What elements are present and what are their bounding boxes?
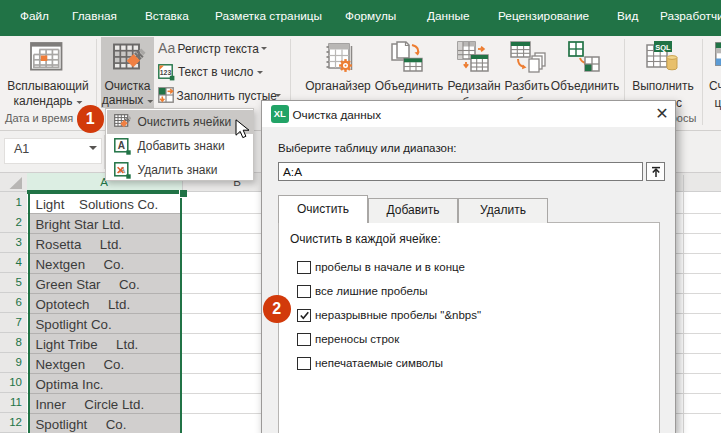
- cell-a10[interactable]: Optima Inc.: [36, 377, 104, 392]
- tab-page-layout[interactable]: Разметка страницы: [215, 9, 322, 23]
- row-header-7[interactable]: 7: [0, 316, 22, 328]
- checkbox-row-line-breaks[interactable]: переносы строк: [279, 333, 659, 353]
- merge-data-button[interactable]: Объединить данные: [550, 36, 620, 109]
- tab-review[interactable]: Рецензирование: [498, 9, 589, 23]
- excel-window: Файл Главная Вставка Разметка страницы Ф…: [0, 0, 721, 433]
- dialog-title: Очистка данных: [293, 108, 382, 121]
- select-all-icon[interactable]: [9, 177, 23, 190]
- cell-a12[interactable]: Spotlight Co.: [36, 417, 127, 432]
- cell-a9[interactable]: Nextgen Co.: [36, 357, 125, 372]
- partial-button[interactable]: Сч ц: [705, 36, 721, 109]
- checkbox[interactable]: [297, 261, 311, 275]
- checkbox-row-nonprintable[interactable]: непечатаемые символы: [279, 357, 659, 377]
- row-header-2[interactable]: 2: [0, 216, 22, 228]
- text-case-button[interactable]: Аа Регистр текста: [156, 40, 271, 56]
- cell-a2[interactable]: Bright Star Ltd.: [36, 217, 125, 232]
- row-header-4[interactable]: 4: [0, 256, 22, 268]
- name-box[interactable]: A1: [4, 138, 102, 164]
- cell-a4[interactable]: Nextgen Co.: [36, 257, 125, 272]
- gutter-line: [0, 352, 27, 353]
- tab-home[interactable]: Главная: [72, 9, 117, 23]
- checkbox-label: непечатаемые символы: [315, 357, 443, 369]
- row-header-10[interactable]: 10: [0, 376, 22, 388]
- dialog-tab-add[interactable]: Добавить: [368, 198, 458, 223]
- gutter-line: [0, 292, 27, 293]
- checkbox[interactable]: [297, 357, 311, 371]
- text-to-number-button[interactable]: 123 Текст в число: [156, 63, 266, 80]
- gutter-line: [0, 372, 27, 373]
- gutter-line: [0, 312, 27, 313]
- remove-chars-icon: А: [114, 162, 132, 180]
- popup-calendar-button[interactable]: Всплывающий календарь: [0, 36, 96, 111]
- cell-a11[interactable]: Inner Circle Ltd.: [36, 397, 145, 412]
- checkbox-checked[interactable]: [297, 309, 311, 323]
- chevron-down-icon: [257, 71, 263, 74]
- checkmark-icon: [299, 310, 310, 321]
- checkbox-row-extra-spaces[interactable]: все лишние пробелы: [279, 285, 659, 305]
- chevron-down-icon: [147, 100, 153, 103]
- cell-a5[interactable]: Green Star Co.: [36, 277, 140, 292]
- row-header-11[interactable]: 11: [0, 396, 22, 408]
- dialog-tab-clean[interactable]: Очистить: [278, 195, 368, 223]
- selection-gridline: [30, 393, 180, 394]
- organizer-icon: [323, 41, 355, 73]
- checkbox[interactable]: [297, 333, 311, 347]
- selection-gridline: [30, 353, 180, 354]
- run-query-button[interactable]: SQL Выполнить запрос: [628, 36, 698, 109]
- collapse-dialog-button[interactable]: [646, 162, 665, 181]
- checkbox-row-nbsp[interactable]: неразрывные пробелы "&nbps": [279, 309, 659, 329]
- redesign-icon: [457, 41, 493, 73]
- clean-data-icon: [113, 43, 147, 71]
- range-input[interactable]: A:A: [278, 162, 643, 181]
- popup-calendar-label-line2-text: календарь: [13, 94, 72, 108]
- chevron-down-icon: [275, 94, 281, 97]
- dialog-tab-panel: Очистить в каждой ячейке: пробелы в нача…: [278, 222, 660, 433]
- cell-a3[interactable]: Rosetta Ltd.: [36, 237, 122, 252]
- menu-item-add-chars[interactable]: А Добавить знаки: [107, 134, 254, 158]
- tab-view[interactable]: Вид: [617, 9, 638, 23]
- clean-cells-icon: [114, 114, 131, 131]
- tab-developer[interactable]: Разработчик: [660, 9, 721, 23]
- selection-gridline: [30, 273, 180, 274]
- row-header-8[interactable]: 8: [0, 336, 22, 348]
- merge-sheets-button[interactable]: Объединить листы: [374, 36, 444, 109]
- cell-a1[interactable]: Light Solutions Co.: [36, 197, 159, 212]
- split-table-button[interactable]: Разбить таблицу: [497, 36, 557, 109]
- cell-a6[interactable]: Optotech Ltd.: [36, 297, 131, 312]
- cell-a7[interactable]: Spotlight Co.: [36, 317, 112, 332]
- close-button[interactable]: ✕: [648, 103, 676, 125]
- selection-border-top: [27, 192, 182, 195]
- partial-button-label: Сч: [709, 79, 721, 93]
- row-header-9[interactable]: 9: [0, 356, 22, 368]
- clean-data-button[interactable]: Очистка данных: [101, 37, 155, 109]
- row-header-5[interactable]: 5: [0, 276, 22, 288]
- gutter-line: [0, 332, 27, 333]
- row-header-6[interactable]: 6: [0, 296, 22, 308]
- checkbox[interactable]: [297, 285, 311, 299]
- calendar-icon: [30, 42, 63, 71]
- name-box-dropdown-icon[interactable]: [89, 146, 97, 150]
- selection-gridline: [30, 293, 180, 294]
- tab-data[interactable]: Данные: [427, 9, 470, 23]
- dialog-tab-remove[interactable]: Удалить: [458, 198, 548, 223]
- tab-insert[interactable]: Вставка: [145, 9, 189, 23]
- tab-formulas[interactable]: Формулы: [345, 9, 396, 23]
- split-table-icon: [510, 41, 548, 73]
- row-header-1[interactable]: 1: [0, 196, 22, 208]
- tab-file[interactable]: Файл: [20, 9, 49, 23]
- organizer-button[interactable]: Органайзер книг: [303, 36, 373, 109]
- selection-gridline: [30, 413, 180, 414]
- chevron-down-icon: [261, 47, 267, 50]
- checkbox-row-leading-trailing-spaces[interactable]: пробелы в начале и в конце: [279, 261, 659, 281]
- menu-item-clean-cells[interactable]: Очистить ячейки: [107, 110, 254, 134]
- dialog-title-bar: XL Очистка данных ✕: [262, 101, 675, 128]
- gutter-line: [0, 412, 27, 413]
- selection-border-left: [28, 192, 30, 433]
- menu-item-remove-chars[interactable]: А Удалить знаки: [107, 158, 254, 182]
- fill-handle[interactable]: [179, 190, 188, 198]
- clean-data-dropdown-menu: Очистить ячейки А Добавить знаки А Удали…: [105, 108, 255, 181]
- row-header-12[interactable]: 12: [0, 416, 22, 428]
- row-header-3[interactable]: 3: [0, 236, 22, 248]
- sql-query-icon: SQL: [646, 40, 680, 74]
- cell-a8[interactable]: Light Tribe Ltd.: [36, 337, 139, 352]
